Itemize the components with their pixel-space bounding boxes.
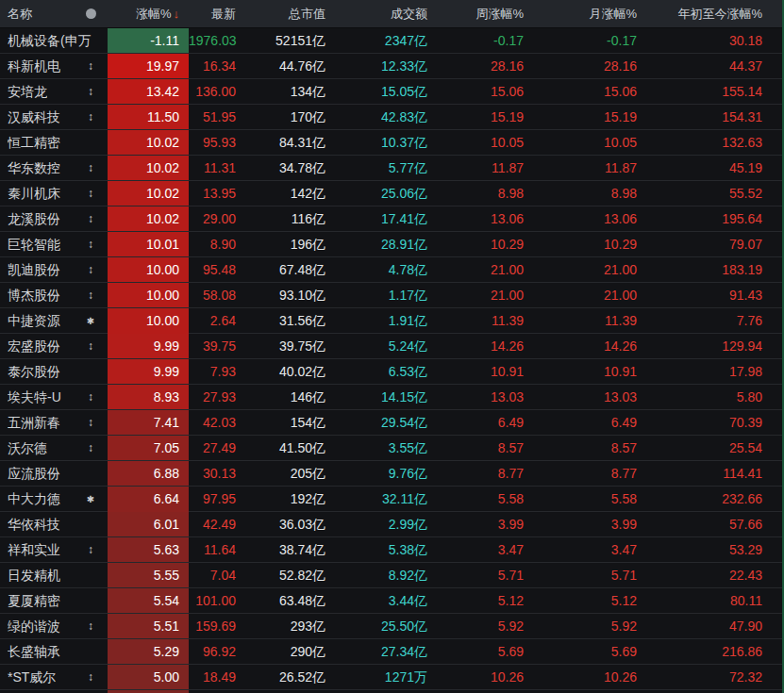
market-cap: 52.82亿 (243, 563, 333, 587)
table-row[interactable]: 中大力德 ✱ 6.64 97.95 192亿 32.11亿 5.58 5.58 … (0, 487, 784, 512)
header-dot[interactable] (74, 0, 108, 28)
stock-name-text: *ST威尔 (8, 665, 56, 689)
updown-arrow-icon: ↕ (88, 238, 93, 251)
star-icon: ✱ (87, 316, 94, 326)
table-row[interactable]: 长盛轴承 5.29 96.92 290亿 27.34亿 5.69 5.69 21… (0, 639, 784, 665)
latest-price: 51.95 (189, 105, 243, 129)
table-row[interactable]: 巨轮智能 ↕ 10.01 8.90 196亿 28.91亿 10.29 10.2… (0, 232, 784, 257)
header-ytd-change[interactable]: 年初至今涨幅% (644, 0, 770, 28)
stock-name: 中捷资源 (0, 308, 74, 334)
table-row[interactable]: 泰尔股份 9.99 7.93 40.02亿 6.53亿 10.91 10.91 … (0, 359, 784, 385)
table-row[interactable]: 五洲新春 ↕ 7.41 42.03 154亿 29.54亿 6.49 6.49 … (0, 410, 784, 436)
table-body: 机械设备(申万 -1.11 1976.03 52151亿 2347亿 -0.17… (0, 28, 784, 690)
updown-arrow-icon: ↕ (88, 441, 93, 454)
change-cell: 10.00 (108, 283, 189, 307)
latest-price: 1976.03 (189, 28, 243, 53)
header-change[interactable]: 涨幅%↓ (108, 0, 189, 28)
stock-name-text: 秦川机床 (8, 181, 60, 206)
week-change: 5.12 (435, 588, 531, 613)
week-change: 5.92 (435, 614, 531, 638)
month-change: 3.47 (531, 537, 644, 562)
week-change: 15.19 (435, 105, 531, 129)
turnover: 29.54亿 (333, 410, 435, 435)
market-cap: 154亿 (243, 410, 333, 435)
week-change: 10.29 (435, 232, 531, 256)
change-cell: 5.55 (108, 563, 189, 587)
stock-name-text: 长盛轴承 (8, 639, 60, 664)
table-row[interactable]: 日发精机 5.55 7.04 52.82亿 8.92亿 5.71 5.71 22… (0, 563, 784, 588)
market-cap: 192亿 (243, 487, 333, 512)
month-change: -0.17 (531, 28, 644, 53)
change-cell: 10.00 (108, 308, 189, 334)
table-row[interactable]: 宏盛股份 ↕ 9.99 39.75 39.75亿 5.24亿 14.26 14.… (0, 334, 784, 359)
stock-name: 安培龙 (0, 79, 74, 104)
table-row[interactable]: 安培龙 ↕ 13.42 136.00 134亿 15.05亿 15.06 15.… (0, 79, 784, 105)
latest-price: 101.00 (189, 588, 243, 613)
ytd-change: 129.94 (644, 334, 770, 358)
month-change: 5.69 (531, 639, 644, 664)
table-row[interactable]: 秦川机床 ↕ 10.02 13.95 142亿 25.06亿 8.98 8.98… (0, 181, 784, 206)
table-row[interactable]: 沃尔德 ↕ 7.05 27.49 41.50亿 3.55亿 8.57 8.57 … (0, 436, 784, 461)
table-row[interactable]: 应流股份 6.88 30.13 205亿 9.76亿 8.77 8.77 114… (0, 461, 784, 487)
latest-price: 58.08 (189, 283, 243, 307)
table-row[interactable]: 埃夫特-U ↕ 8.93 27.93 146亿 14.15亿 13.03 13.… (0, 385, 784, 410)
week-change: 14.26 (435, 334, 531, 358)
market-cap: 142亿 (243, 181, 333, 206)
month-change: 15.19 (531, 105, 644, 129)
table-row[interactable]: 华依科技 6.01 42.49 36.03亿 2.99亿 3.99 3.99 5… (0, 512, 784, 537)
header-week-change[interactable]: 周涨幅% (435, 0, 531, 28)
change-cell: 6.01 (108, 512, 189, 536)
table-row[interactable]: 凯迪股份 ↕ 10.00 95.48 67.48亿 4.78亿 21.00 21… (0, 257, 784, 283)
table-row[interactable]: 华东数控 ↕ 10.02 11.31 34.78亿 5.77亿 11.87 11… (0, 156, 784, 181)
change-cell: 5.54 (108, 588, 189, 613)
market-cap: 116亿 (243, 206, 333, 231)
header-turnover[interactable]: 成交额 (333, 0, 435, 28)
month-change: 11.39 (531, 308, 644, 334)
latest-price: 27.93 (189, 385, 243, 409)
header-latest[interactable]: 最新 (189, 0, 243, 28)
stock-name-text: 巨轮智能 (8, 232, 60, 256)
stock-name-text: 绿的谐波 (8, 614, 60, 638)
month-change: 3.99 (531, 512, 644, 536)
updown-arrow-icon: ↕ (88, 187, 93, 200)
latest-price: 7.04 (189, 563, 243, 587)
table-row[interactable]: 博杰股份 ↕ 10.00 58.08 93.10亿 1.17亿 21.00 21… (0, 283, 784, 308)
ytd-change: 22.43 (644, 563, 770, 587)
stock-name-text: 五洲新春 (8, 410, 60, 435)
stock-name-text: 宏盛股份 (8, 334, 60, 358)
table-row[interactable]: 恒工精密 10.02 95.93 84.31亿 10.37亿 10.05 10.… (0, 130, 784, 156)
table-row[interactable]: 中捷资源 ✱ 10.00 2.64 31.56亿 1.91亿 11.39 11.… (0, 308, 784, 334)
table-row[interactable]: 汉威科技 ↕ 11.50 51.95 170亿 42.83亿 15.19 15.… (0, 105, 784, 130)
table-row[interactable]: *ST威尔 ↕ 5.00 18.49 26.52亿 1271万 10.26 10… (0, 665, 784, 690)
header-mktcap[interactable]: 总市值 (243, 0, 333, 28)
updown-arrow-icon: ↕ (88, 85, 93, 98)
turnover: 14.15亿 (333, 385, 435, 409)
turnover: 25.50亿 (333, 614, 435, 638)
change-cell: 9.99 (108, 359, 189, 384)
market-cap: 63.48亿 (243, 588, 333, 613)
stock-name-text: 夏厦精密 (8, 588, 60, 613)
change-cell: 9.99 (108, 334, 189, 358)
stock-name: 华东数控 (0, 156, 74, 180)
header-name[interactable]: 名称 (0, 0, 74, 28)
table-row[interactable]: 机械设备(申万 -1.11 1976.03 52151亿 2347亿 -0.17… (0, 28, 784, 54)
market-cap: 196亿 (243, 232, 333, 256)
ytd-change: 7.76 (644, 308, 770, 334)
latest-price: 27.49 (189, 436, 243, 460)
market-cap: 205亿 (243, 461, 333, 486)
market-cap: 39.75亿 (243, 334, 333, 358)
table-row[interactable]: 龙溪股份 ↕ 10.02 29.00 116亿 17.41亿 13.06 13.… (0, 206, 784, 232)
table-row[interactable]: 祥和实业 ↕ 5.63 11.64 38.74亿 5.38亿 3.47 3.47… (0, 537, 784, 563)
stock-name: 绿的谐波 (0, 614, 74, 638)
stock-name: 应流股份 (0, 461, 74, 486)
header-month-change[interactable]: 月涨幅% (531, 0, 644, 28)
stock-name: 日发精机 (0, 563, 74, 587)
table-row[interactable]: 夏厦精密 5.54 101.00 63.48亿 3.44亿 5.12 5.12 … (0, 588, 784, 614)
table-row[interactable]: 科新机电 ↕ 19.97 16.34 44.76亿 12.33亿 28.16 2… (0, 54, 784, 79)
stock-name-text: 华依科技 (8, 512, 60, 536)
table-row[interactable]: 绿的谐波 ↕ 5.51 159.69 293亿 25.50亿 5.92 5.92… (0, 614, 784, 639)
ytd-change: 72.32 (644, 665, 770, 689)
market-cap: 134亿 (243, 79, 333, 104)
stock-name-text: 埃夫特-U (8, 385, 61, 409)
header-change-label: 涨幅% (136, 7, 172, 21)
